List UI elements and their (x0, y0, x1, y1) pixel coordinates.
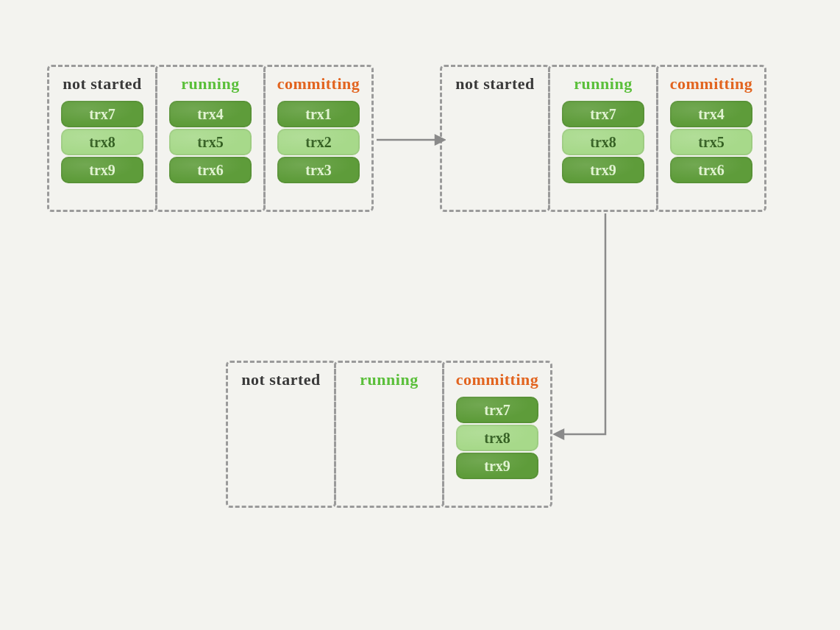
trx-pill: trx3 (277, 157, 360, 183)
trx-pill: trx9 (562, 157, 644, 183)
trx-pill: trx7 (61, 101, 143, 127)
stage-3: not started running committing trx7 trx8… (226, 361, 550, 508)
trx-pill: trx4 (670, 101, 752, 127)
column-not-started: not started trx7 trx8 trx9 (47, 65, 157, 212)
column-committing: committing trx7 trx8 trx9 (442, 361, 552, 508)
trx-pill: trx6 (169, 157, 252, 183)
trx-pill: trx9 (456, 453, 538, 479)
column-title-running: running (574, 74, 632, 93)
column-title-not-started: not started (455, 74, 535, 93)
pill-stack: trx4 trx5 trx6 (165, 101, 256, 183)
pill-stack: trx7 trx8 trx9 (558, 101, 649, 183)
trx-pill: trx2 (277, 129, 360, 155)
column-not-started: not started (440, 65, 550, 212)
trx-pill: trx5 (670, 129, 752, 155)
column-title-committing: committing (670, 74, 753, 93)
trx-pill: trx5 (169, 129, 252, 155)
trx-pill: trx7 (562, 101, 644, 127)
pill-stack: trx7 trx8 trx9 (452, 397, 543, 479)
pill-stack: trx1 trx2 trx3 (273, 101, 364, 183)
trx-pill: trx1 (277, 101, 360, 127)
column-title-running: running (360, 370, 418, 389)
column-running: running (334, 361, 444, 508)
column-title-committing: committing (456, 370, 539, 389)
trx-pill: trx7 (456, 397, 538, 423)
trx-pill: trx8 (562, 129, 644, 155)
arrow-icon (375, 131, 446, 149)
svg-marker-1 (435, 135, 444, 144)
pill-stack: trx4 trx5 trx6 (666, 101, 757, 183)
column-running: running trx7 trx8 trx9 (548, 65, 658, 212)
column-committing: committing trx1 trx2 trx3 (263, 65, 374, 212)
trx-pill: trx4 (169, 101, 252, 127)
column-not-started: not started (226, 361, 336, 508)
stage-1: not started trx7 trx8 trx9 running trx4 … (47, 65, 371, 212)
svg-marker-2 (555, 430, 563, 439)
arrow-icon (550, 212, 638, 447)
trx-pill: trx8 (61, 129, 143, 155)
trx-pill: trx9 (61, 157, 143, 183)
column-committing: committing trx4 trx5 trx6 (656, 65, 766, 212)
column-title-not-started: not started (241, 370, 321, 389)
stage-2: not started running trx7 trx8 trx9 commi… (440, 65, 764, 212)
column-title-committing: committing (277, 74, 360, 93)
column-title-not-started: not started (63, 74, 142, 93)
column-running: running trx4 trx5 trx6 (155, 65, 266, 212)
trx-pill: trx6 (670, 157, 752, 183)
trx-pill: trx8 (456, 425, 538, 451)
pill-stack: trx7 trx8 trx9 (57, 101, 148, 183)
column-title-running: running (181, 74, 239, 93)
